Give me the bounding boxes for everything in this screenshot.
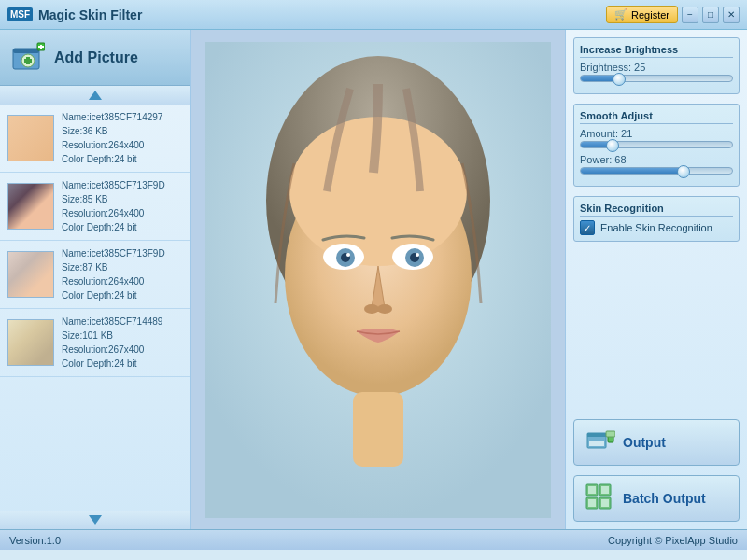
output-label: Output — [623, 435, 666, 450]
minimize-button[interactable]: − — [682, 7, 698, 23]
image-info: Name:icet385CF714297Size:36 KBResolution… — [62, 110, 162, 166]
image-list: Name:icet385CF714297Size:36 KBResolution… — [0, 105, 190, 511]
svg-rect-27 — [606, 431, 615, 437]
brightness-section: Increase Brightness Brightness: 25 — [573, 37, 740, 94]
svg-rect-1 — [13, 49, 39, 53]
svg-point-21 — [377, 304, 392, 314]
output-icon — [585, 427, 615, 457]
image-thumbnail — [7, 251, 54, 298]
title-bar: MSF Magic Skin Filter 🛒 Register − □ ✕ — [0, 0, 747, 30]
amount-value-label: Amount: 21 — [580, 128, 733, 139]
skin-recognition-label: Skin Recognition — [580, 203, 733, 217]
preview-image — [205, 42, 551, 518]
smooth-section-label: Smooth Adjust — [580, 110, 733, 124]
image-thumbnail — [7, 115, 54, 161]
amount-slider-container: Amount: 21 — [580, 128, 733, 148]
register-label: Register — [631, 9, 669, 21]
right-panel: Increase Brightness Brightness: 25 Smoot… — [565, 30, 747, 529]
register-button[interactable]: 🛒 Register — [606, 6, 678, 23]
skin-recognition-section: Skin Recognition ✓ Enable Skin Recogniti… — [573, 196, 740, 242]
scroll-up-button[interactable] — [0, 86, 190, 105]
amount-slider-track[interactable] — [580, 141, 733, 148]
list-item[interactable]: Name:icet385CF713F9DSize:85 KBResolution… — [0, 173, 190, 241]
svg-rect-22 — [353, 392, 403, 467]
down-arrow-icon — [89, 515, 102, 525]
add-picture-label: Add Picture — [54, 49, 138, 66]
center-panel — [191, 30, 565, 529]
svg-rect-29 — [588, 486, 596, 494]
image-thumbnail — [7, 319, 54, 366]
svg-rect-25 — [589, 441, 604, 446]
batch-output-icon — [585, 483, 615, 513]
power-thumb[interactable] — [677, 165, 690, 178]
enable-skin-row: ✓ Enable Skin Recognition — [580, 220, 733, 235]
enable-skin-label: Enable Skin Recognition — [600, 222, 712, 233]
image-info: Name:icet385CF713F9DSize:85 KBResolution… — [62, 178, 165, 234]
version-label: Version:1.0 — [9, 535, 61, 546]
svg-point-19 — [416, 253, 419, 257]
add-picture-button[interactable]: Add Picture — [0, 30, 190, 86]
svg-rect-24 — [587, 433, 606, 437]
output-button[interactable]: Output — [573, 419, 740, 466]
list-item[interactable]: Name:icet385CF714489Size:101 KBResolutio… — [0, 309, 190, 377]
status-bar: Version:1.0 Copyright © PixelApp Studio — [0, 529, 747, 550]
scroll-down-button[interactable] — [0, 511, 190, 529]
brightness-thumb[interactable] — [613, 73, 626, 86]
app-logo: MSF — [7, 7, 33, 21]
power-value-label: Power: 68 — [580, 154, 733, 165]
image-info: Name:icet385CF713F9DSize:87 KBResolution… — [62, 246, 165, 302]
brightness-section-label: Increase Brightness — [580, 44, 733, 58]
batch-output-label: Batch Output — [623, 491, 706, 506]
brightness-slider-container: Brightness: 25 — [580, 62, 733, 82]
title-controls: 🛒 Register − □ ✕ — [606, 6, 740, 23]
app-title: Magic Skin Filter — [38, 7, 142, 22]
svg-point-20 — [364, 304, 379, 314]
image-info: Name:icet385CF714489Size:101 KBResolutio… — [62, 315, 162, 371]
batch-output-button[interactable]: Batch Output — [573, 475, 740, 522]
add-picture-icon — [11, 41, 45, 75]
main-area: Add Picture Name:icet385CF714297Size:36 … — [0, 30, 747, 529]
title-left: MSF Magic Skin Filter — [7, 7, 142, 22]
svg-rect-31 — [601, 486, 609, 494]
svg-point-18 — [346, 253, 350, 257]
svg-rect-4 — [24, 59, 32, 63]
svg-rect-35 — [601, 499, 609, 507]
power-slider-track[interactable] — [580, 167, 733, 175]
power-slider-container: Power: 68 — [580, 154, 733, 175]
close-button[interactable]: ✕ — [723, 7, 740, 23]
svg-rect-7 — [38, 46, 44, 48]
restore-button[interactable]: □ — [702, 7, 719, 23]
smooth-section: Smooth Adjust Amount: 21 Power: 68 — [573, 104, 740, 187]
brightness-slider-track[interactable] — [580, 75, 733, 82]
list-item[interactable]: Name:icet385CF714297Size:36 KBResolution… — [0, 105, 190, 173]
svg-rect-33 — [588, 499, 596, 507]
cart-icon: 🛒 — [614, 8, 627, 21]
power-fill — [581, 168, 684, 174]
image-thumbnail — [7, 183, 54, 230]
enable-skin-checkbox[interactable]: ✓ — [580, 220, 595, 235]
face-svg — [205, 42, 551, 518]
up-arrow-icon — [89, 91, 102, 100]
copyright-label: Copyright © PixelApp Studio — [608, 535, 738, 546]
left-panel: Add Picture Name:icet385CF714297Size:36 … — [0, 30, 191, 529]
list-item[interactable]: Name:icet385CF713F9DSize:87 KBResolution… — [0, 241, 190, 309]
brightness-value-label: Brightness: 25 — [580, 62, 733, 73]
amount-thumb[interactable] — [606, 139, 619, 152]
